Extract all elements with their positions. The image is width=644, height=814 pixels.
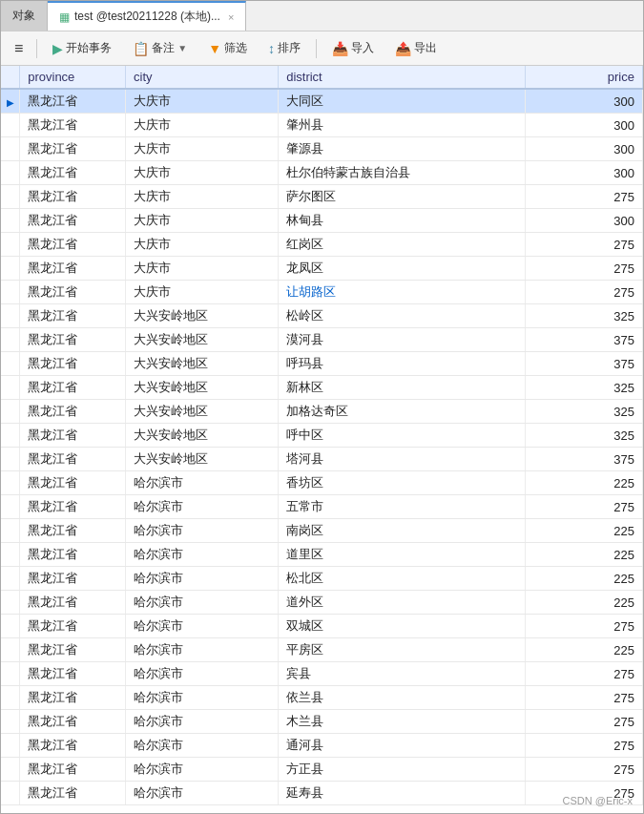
city-cell: 大庆市 — [126, 233, 279, 257]
province-cell: 黑龙江省 — [20, 233, 126, 257]
district-cell: 延寿县 — [279, 782, 526, 805]
district-cell: 松北区 — [279, 567, 526, 591]
transaction-icon: ▶ — [52, 41, 63, 56]
province-cell: 黑龙江省 — [20, 471, 126, 495]
price-cell: 300 — [525, 114, 642, 137]
row-indicator — [1, 114, 20, 137]
table-row[interactable]: 黑龙江省哈尔滨市道外区225 — [1, 591, 643, 615]
province-cell: 黑龙江省 — [20, 615, 126, 638]
table-row[interactable]: ▶黑龙江省大庆市大同区300 — [1, 89, 643, 114]
table-row[interactable]: 黑龙江省哈尔滨市通河县275 — [1, 734, 643, 758]
city-cell: 大庆市 — [126, 114, 279, 137]
table-row[interactable]: 黑龙江省大庆市红岗区275 — [1, 233, 643, 257]
price-cell: 275 — [525, 233, 642, 257]
price-cell: 225 — [525, 519, 642, 543]
province-cell: 黑龙江省 — [20, 137, 126, 161]
table-row[interactable]: 黑龙江省大兴安岭地区呼玛县375 — [1, 352, 643, 376]
table-row[interactable]: 黑龙江省哈尔滨市平房区225 — [1, 638, 643, 662]
price-cell: 300 — [525, 137, 642, 161]
table-row[interactable]: 黑龙江省哈尔滨市依兰县275 — [1, 686, 643, 710]
start-transaction-button[interactable]: ▶ 开始事务 — [45, 37, 119, 59]
row-indicator — [1, 471, 20, 495]
table-row[interactable]: 黑龙江省哈尔滨市方正县275 — [1, 758, 643, 782]
table-row[interactable]: 黑龙江省大庆市萨尔图区275 — [1, 185, 643, 209]
table-row[interactable]: 黑龙江省哈尔滨市南岗区225 — [1, 519, 643, 543]
data-table: province city district price ▶黑龙江省大庆市大同区… — [1, 66, 643, 805]
price-cell: 275 — [525, 662, 642, 686]
price-cell: 275 — [525, 495, 642, 519]
toolbar: ≡ ▶ 开始事务 📋 备注 ▼ ▼ 筛选 ↕ 排序 📥 导入 📤 导出 — [1, 31, 643, 66]
district-cell: 漠河县 — [279, 328, 526, 352]
city-cell: 大庆市 — [126, 89, 279, 114]
table-row[interactable]: 黑龙江省大庆市杜尔伯特蒙古族自治县300 — [1, 161, 643, 185]
table-header: province city district price — [1, 66, 643, 89]
district-cell: 平房区 — [279, 638, 526, 662]
table-row[interactable]: 黑龙江省大兴安岭地区漠河县375 — [1, 328, 643, 352]
city-cell: 哈尔滨市 — [126, 471, 279, 495]
tab-objects[interactable]: 对象 — [1, 1, 48, 31]
row-indicator — [1, 304, 20, 328]
province-cell: 黑龙江省 — [20, 662, 126, 686]
sort-button[interactable]: ↕ 排序 — [260, 37, 308, 59]
export-button[interactable]: 📤 导出 — [387, 37, 445, 59]
province-cell: 黑龙江省 — [20, 376, 126, 400]
price-cell: 325 — [525, 400, 642, 424]
table-icon: ▦ — [59, 10, 70, 24]
price-cell: 375 — [525, 352, 642, 376]
table-row[interactable]: 黑龙江省哈尔滨市宾县275 — [1, 662, 643, 686]
price-header[interactable]: price — [525, 66, 642, 89]
province-cell: 黑龙江省 — [20, 543, 126, 567]
export-label: 导出 — [414, 40, 437, 56]
table-row[interactable]: 黑龙江省哈尔滨市松北区225 — [1, 567, 643, 591]
province-cell: 黑龙江省 — [20, 114, 126, 137]
row-indicator — [1, 638, 20, 662]
province-header[interactable]: province — [20, 66, 126, 89]
row-indicator — [1, 448, 20, 471]
table-row[interactable]: 黑龙江省大兴安岭地区加格达奇区325 — [1, 400, 643, 424]
table-row[interactable]: 黑龙江省大庆市林甸县300 — [1, 209, 643, 233]
price-cell: 275 — [525, 758, 642, 782]
province-cell: 黑龙江省 — [20, 257, 126, 281]
price-cell: 225 — [525, 543, 642, 567]
table-row[interactable]: 黑龙江省哈尔滨市双城区275 — [1, 615, 643, 638]
table-row[interactable]: 黑龙江省大兴安岭地区新林区325 — [1, 376, 643, 400]
province-cell: 黑龙江省 — [20, 89, 126, 114]
district-cell: 林甸县 — [279, 209, 526, 233]
table-row[interactable]: 黑龙江省大兴安岭地区呼中区325 — [1, 424, 643, 448]
table-row[interactable]: 黑龙江省哈尔滨市延寿县275 — [1, 782, 643, 805]
table-row[interactable]: 黑龙江省大庆市龙凤区275 — [1, 257, 643, 281]
district-cell: 道里区 — [279, 543, 526, 567]
district-header[interactable]: district — [279, 66, 526, 89]
tab-test[interactable]: ▦ test @test20211228 (本地)... × — [48, 1, 246, 31]
price-cell: 225 — [525, 471, 642, 495]
table-row[interactable]: 黑龙江省大庆市让胡路区275 — [1, 281, 643, 304]
table-row[interactable]: 黑龙江省大兴安岭地区塔河县375 — [1, 448, 643, 471]
row-indicator — [1, 328, 20, 352]
district-cell: 肇州县 — [279, 114, 526, 137]
separator-1 — [36, 39, 37, 58]
table-row[interactable]: 黑龙江省大庆市肇源县300 — [1, 137, 643, 161]
district-cell: 肇源县 — [279, 137, 526, 161]
row-indicator — [1, 495, 20, 519]
table-row[interactable]: 黑龙江省大庆市肇州县300 — [1, 114, 643, 137]
table-row[interactable]: 黑龙江省大兴安岭地区松岭区325 — [1, 304, 643, 328]
filter-button[interactable]: ▼ 筛选 — [200, 37, 255, 59]
backup-button[interactable]: 📋 备注 ▼ — [125, 37, 195, 59]
table-row[interactable]: 黑龙江省哈尔滨市道里区225 — [1, 543, 643, 567]
price-cell: 300 — [525, 89, 642, 114]
city-cell: 哈尔滨市 — [126, 638, 279, 662]
tab-close-button[interactable]: × — [228, 11, 234, 23]
province-cell: 黑龙江省 — [20, 519, 126, 543]
city-cell: 大兴安岭地区 — [126, 424, 279, 448]
import-button[interactable]: 📥 导入 — [324, 37, 382, 59]
city-header[interactable]: city — [126, 66, 279, 89]
table-row[interactable]: 黑龙江省哈尔滨市木兰县275 — [1, 710, 643, 734]
table-row[interactable]: 黑龙江省哈尔滨市香坊区225 — [1, 471, 643, 495]
menu-button[interactable]: ≡ — [9, 38, 29, 59]
indicator-header — [1, 66, 20, 89]
table-row[interactable]: 黑龙江省哈尔滨市五常市275 — [1, 495, 643, 519]
city-cell: 大庆市 — [126, 209, 279, 233]
city-cell: 大庆市 — [126, 161, 279, 185]
province-cell: 黑龙江省 — [20, 734, 126, 758]
district-cell: 让胡路区 — [279, 281, 526, 304]
